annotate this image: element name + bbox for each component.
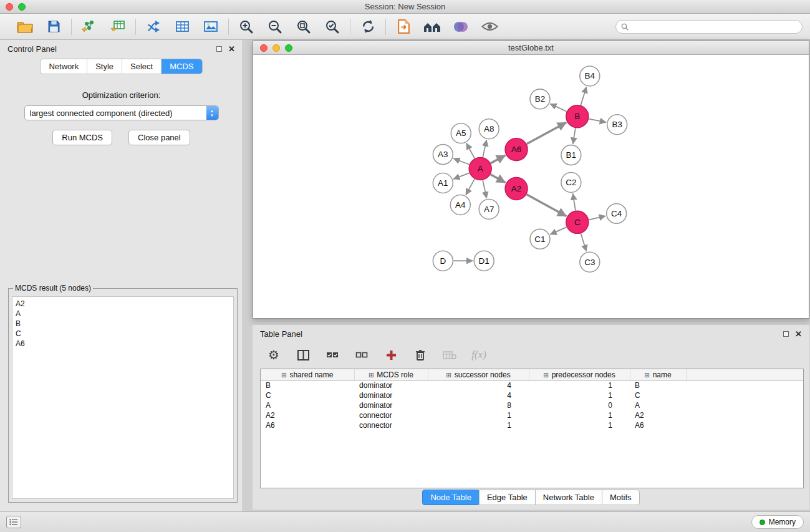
column-header-MCDS-role[interactable]: ⊞MCDS role [354, 369, 428, 380]
deselect-all-rows-icon[interactable] [354, 347, 369, 362]
workspace: Control Panel ✕ Network Style Select MCD… [0, 40, 810, 511]
import-table-icon[interactable] [108, 17, 127, 36]
delete-row-icon[interactable] [413, 347, 428, 362]
run-mcds-button[interactable]: Run MCDS [52, 130, 112, 145]
new-table-icon[interactable] [173, 17, 191, 36]
search-input[interactable] [632, 22, 797, 31]
show-hide-icon[interactable] [480, 17, 499, 36]
tab-select[interactable]: Select [122, 59, 162, 74]
search-icon [621, 23, 629, 31]
memory-button[interactable]: Memory [751, 515, 804, 529]
network-close-button[interactable] [260, 44, 268, 52]
close-panel-button[interactable]: Close panel [128, 130, 190, 145]
column-type-icon: ⊞ [644, 372, 649, 379]
column-header-predecessor-nodes[interactable]: ⊞predecessor nodes [529, 369, 630, 380]
mcds-result-item: C [16, 329, 230, 339]
function-builder-icon[interactable]: f(x) [471, 347, 486, 362]
style-compare-icon[interactable] [451, 17, 470, 36]
float-panel-icon[interactable] [216, 46, 222, 52]
graph-node-label-B2: B2 [535, 94, 545, 104]
toolbar-search [615, 20, 803, 34]
close-window-button[interactable] [6, 3, 13, 11]
app-window: Session: New Session [0, 0, 810, 532]
graph-node-label-D1: D1 [479, 256, 489, 266]
graph-node-label-B: B [574, 112, 580, 121]
open-session-icon[interactable] [16, 17, 34, 36]
graph-edge-A2-C[interactable] [527, 195, 567, 216]
network-window-titlebar: testGlobe.txt [253, 41, 809, 55]
graph-edge-A-A3[interactable] [453, 158, 469, 165]
graph-node-label-C3: C3 [584, 258, 595, 267]
table-row[interactable]: Cdominator41C [261, 390, 803, 400]
tab-network-table[interactable]: Network Table [535, 490, 602, 505]
table-row[interactable]: Bdominator41B [261, 380, 803, 390]
graph-node-label-A1: A1 [438, 178, 448, 188]
graph-edge-B-B1[interactable] [573, 128, 576, 144]
zoom-selected-icon[interactable] [323, 17, 342, 36]
save-session-icon[interactable] [44, 17, 63, 36]
control-panel-title: Control Panel [7, 44, 57, 54]
zoom-out-icon[interactable] [266, 17, 284, 36]
graph-edge-A-A2[interactable] [491, 175, 506, 183]
graph-edge-B-B2[interactable] [550, 104, 566, 111]
status-bar: Memory [0, 511, 810, 532]
mcds-result-item: B [16, 319, 230, 329]
import-network-icon[interactable] [80, 17, 99, 36]
new-network-icon[interactable] [144, 17, 163, 36]
table-row[interactable]: A2connector11A2 [261, 410, 803, 420]
titlebar: Session: New Session [0, 0, 810, 14]
graph-node-label-A7: A7 [484, 205, 494, 214]
graph-edge-A-A4[interactable] [466, 179, 475, 195]
column-visibility-icon[interactable] [296, 347, 311, 362]
network-canvas[interactable]: B4B2BB3A5A8A6A3B1AA1C2A2A4A7C4CC1DD1C3 [253, 56, 809, 318]
graph-edge-C-C2[interactable] [573, 193, 576, 210]
select-all-rows-icon[interactable] [325, 347, 340, 362]
tab-mcds[interactable]: MCDS [162, 59, 201, 74]
graph-edge-C-C3[interactable] [581, 233, 587, 251]
column-header-successor-nodes[interactable]: ⊞successor nodes [428, 369, 529, 380]
network-zoom-button[interactable] [285, 44, 292, 52]
mcds-result-list[interactable]: A2ABCA6 [12, 296, 234, 499]
tab-motifs[interactable]: Motifs [602, 490, 640, 505]
table-settings-icon[interactable]: ⚙ [266, 347, 281, 362]
table-row[interactable]: Adominator80A [261, 400, 803, 410]
table-row[interactable]: A6connector11A6 [261, 420, 803, 430]
column-type-icon: ⊞ [543, 372, 548, 379]
zoom-in-icon[interactable] [237, 17, 256, 36]
graph-node-label-A5: A5 [456, 128, 466, 138]
graph-node-label-A3: A3 [438, 150, 448, 159]
graph-edge-A-A7[interactable] [483, 180, 486, 198]
apply-layout-icon[interactable] [359, 17, 377, 36]
network-minimize-button[interactable] [272, 44, 280, 52]
graph-edge-A6-B[interactable] [527, 122, 567, 143]
graph-edge-A-A5[interactable] [466, 143, 475, 158]
tab-node-table[interactable]: Node Table [422, 490, 480, 505]
control-panel-tabs: Network Style Select MCDS [0, 59, 243, 74]
graph-edge-B-B3[interactable] [589, 119, 606, 123]
column-header-shared-name[interactable]: ⊞shared name [261, 369, 354, 380]
graph-edge-A-A6[interactable] [491, 155, 506, 163]
graph-edge-B-B4[interactable] [581, 87, 586, 105]
home-icon[interactable] [423, 17, 441, 36]
tab-style[interactable]: Style [87, 59, 122, 74]
tab-edge-table[interactable]: Edge Table [479, 490, 536, 505]
zoom-window-button[interactable] [18, 3, 26, 11]
optimization-criterion-dropdown[interactable]: largest connected component (directed) ▲… [24, 105, 219, 120]
float-table-panel-icon[interactable] [783, 331, 789, 337]
close-table-panel-icon[interactable]: ✕ [795, 330, 802, 338]
graph-node-label-B1: B1 [566, 150, 576, 160]
table-toolbar: ⚙ f(x) [253, 342, 809, 367]
tab-network[interactable]: Network [41, 59, 87, 74]
graph-edge-A-A8[interactable] [483, 140, 486, 157]
close-panel-icon[interactable]: ✕ [228, 45, 235, 53]
zoom-fit-icon[interactable] [294, 17, 313, 36]
column-header-name[interactable]: ⊞name [630, 369, 686, 380]
export-image-icon[interactable] [201, 17, 220, 36]
session-file-icon[interactable] [394, 17, 413, 36]
graph-edge-A-A1[interactable] [453, 173, 469, 179]
task-history-icon[interactable] [6, 516, 21, 528]
delete-table-icon[interactable] [442, 347, 457, 362]
graph-edge-C-C4[interactable] [589, 216, 605, 220]
graph-edge-C-C1[interactable] [550, 227, 566, 235]
add-row-icon[interactable] [383, 347, 398, 362]
